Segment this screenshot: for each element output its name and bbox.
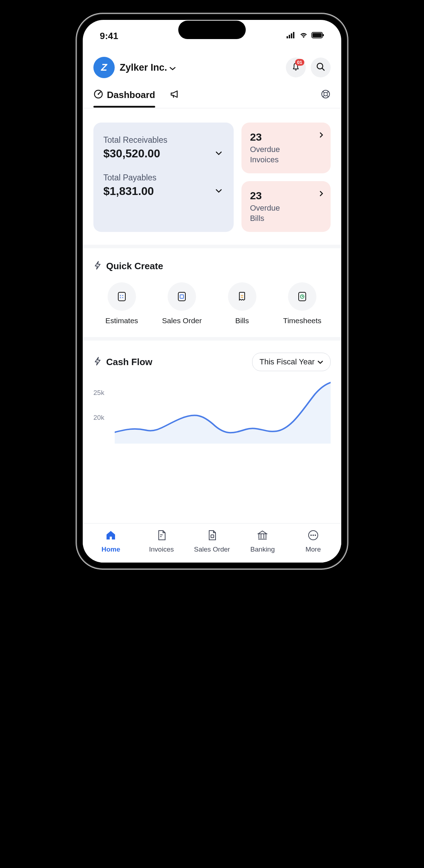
nav-sales-order[interactable]: Sales Order bbox=[187, 529, 237, 553]
overdue-invoices-label: Overdue Invoices bbox=[250, 145, 322, 165]
overdue-invoices-count: 23 bbox=[250, 131, 322, 143]
quick-create-section: Quick Create Estimates Sales Order bbox=[83, 248, 341, 337]
payables-expand[interactable] bbox=[214, 187, 224, 196]
svg-rect-3 bbox=[293, 32, 294, 38]
svg-rect-0 bbox=[287, 36, 288, 38]
nav-invoices[interactable]: Invoices bbox=[136, 529, 186, 553]
receivables-expand[interactable] bbox=[214, 149, 224, 158]
svg-line-15 bbox=[327, 91, 328, 93]
bank-icon bbox=[256, 529, 268, 543]
svg-rect-1 bbox=[289, 35, 290, 38]
overdue-column: 23 Overdue Invoices 23 Overdue bbox=[241, 123, 331, 232]
cash-flow-title: Cash Flow bbox=[106, 357, 152, 368]
svg-rect-24 bbox=[180, 295, 184, 298]
receivables-value: $30,520.00 bbox=[103, 147, 160, 160]
quick-bills[interactable]: Bills bbox=[214, 282, 271, 325]
org-selector[interactable]: Zylker Inc. bbox=[120, 62, 281, 73]
quick-create-title: Quick Create bbox=[106, 261, 163, 272]
quick-sales-order[interactable]: Sales Order bbox=[154, 282, 211, 325]
quick-label: Sales Order bbox=[162, 316, 202, 325]
svg-point-19 bbox=[120, 295, 121, 296]
search-icon bbox=[316, 62, 326, 73]
notifications-button[interactable]: 01 bbox=[286, 58, 306, 77]
svg-rect-6 bbox=[323, 34, 324, 36]
tab-bar: Dashboard bbox=[83, 84, 341, 108]
chevron-down-icon bbox=[169, 62, 176, 73]
bolt-icon bbox=[93, 356, 102, 368]
timesheets-icon bbox=[288, 282, 316, 311]
period-dropdown[interactable]: This Fiscal Year bbox=[252, 353, 331, 371]
svg-rect-33 bbox=[211, 535, 214, 538]
nav-label: Invoices bbox=[149, 546, 174, 553]
battery-icon bbox=[311, 32, 324, 40]
app-header: Z Zylker Inc. 01 bbox=[83, 48, 341, 84]
quick-create-header: Quick Create bbox=[93, 260, 331, 272]
payables-label: Total Payables bbox=[103, 173, 224, 183]
bolt-icon bbox=[93, 260, 102, 272]
totals-card: Total Receivables $30,520.00 Total Payab… bbox=[93, 123, 234, 232]
nav-label: Sales Order bbox=[194, 546, 230, 553]
chevron-right-icon bbox=[319, 132, 324, 140]
wifi-icon bbox=[299, 32, 308, 40]
nav-more[interactable]: More bbox=[288, 529, 338, 553]
cash-flow-section: Cash Flow This Fiscal Year 25k 20k bbox=[83, 341, 341, 456]
y-tick-20k: 20k bbox=[93, 414, 104, 422]
sales-order-nav-icon bbox=[206, 529, 218, 543]
svg-rect-2 bbox=[291, 33, 292, 38]
svg-line-8 bbox=[322, 68, 324, 70]
cash-flow-chart: 25k 20k bbox=[93, 380, 331, 444]
svg-line-17 bbox=[327, 96, 328, 97]
status-time: 9:41 bbox=[100, 31, 118, 42]
notch bbox=[178, 21, 246, 39]
svg-line-14 bbox=[323, 91, 324, 93]
gauge-icon bbox=[93, 89, 103, 101]
cash-flow-title-wrap: Cash Flow bbox=[93, 356, 152, 368]
receivables-metric: Total Receivables $30,520.00 bbox=[103, 135, 224, 160]
svg-point-13 bbox=[324, 92, 327, 96]
overdue-bills-card[interactable]: 23 Overdue Bills bbox=[241, 181, 331, 232]
quick-label: Timesheets bbox=[283, 316, 321, 325]
main-content[interactable]: Total Receivables $30,520.00 Total Payab… bbox=[83, 108, 341, 523]
payables-row: $1,831.00 bbox=[103, 185, 224, 198]
estimates-icon bbox=[108, 282, 136, 311]
payables-metric: Total Payables $1,831.00 bbox=[103, 173, 224, 198]
tab-dashboard[interactable]: Dashboard bbox=[93, 89, 155, 108]
bottom-nav: Home Invoices Sales Order Banking bbox=[83, 523, 341, 563]
overdue-bills-count: 23 bbox=[250, 190, 322, 202]
svg-line-16 bbox=[323, 96, 324, 97]
org-logo: Z bbox=[93, 57, 115, 78]
help-button[interactable] bbox=[321, 89, 331, 108]
summary-cards: Total Receivables $30,520.00 Total Payab… bbox=[83, 108, 341, 245]
overdue-bills-label: Overdue Bills bbox=[250, 203, 322, 223]
svg-line-11 bbox=[98, 92, 100, 94]
chevron-down-icon bbox=[215, 188, 222, 193]
period-value: This Fiscal Year bbox=[260, 357, 315, 367]
status-indicators bbox=[287, 32, 324, 40]
sales-order-icon bbox=[168, 282, 196, 311]
nav-banking[interactable]: Banking bbox=[237, 529, 288, 553]
receivables-label: Total Receivables bbox=[103, 135, 224, 145]
invoice-icon bbox=[156, 529, 168, 543]
y-tick-25k: 25k bbox=[93, 389, 104, 397]
overdue-invoices-card[interactable]: 23 Overdue Invoices bbox=[241, 123, 331, 173]
nav-home[interactable]: Home bbox=[86, 529, 136, 553]
payables-value: $1,831.00 bbox=[103, 185, 154, 198]
chart-line bbox=[115, 380, 331, 444]
home-icon bbox=[105, 529, 117, 543]
svg-point-37 bbox=[315, 535, 316, 536]
svg-rect-18 bbox=[118, 292, 125, 301]
notification-badge: 01 bbox=[295, 59, 304, 66]
search-button[interactable] bbox=[311, 58, 331, 77]
screen: 9:41 Z Zylker Inc. bbox=[83, 20, 341, 563]
tab-announcements[interactable] bbox=[169, 89, 180, 108]
chevron-down-icon bbox=[317, 357, 323, 367]
nav-label: Banking bbox=[250, 546, 275, 553]
quick-label: Estimates bbox=[105, 316, 138, 325]
more-icon bbox=[307, 529, 319, 543]
lifebuoy-icon bbox=[321, 89, 331, 101]
nav-label: More bbox=[305, 546, 321, 553]
quick-timesheets[interactable]: Timesheets bbox=[274, 282, 331, 325]
chevron-right-icon bbox=[319, 190, 324, 198]
quick-estimates[interactable]: Estimates bbox=[93, 282, 150, 325]
svg-rect-23 bbox=[178, 292, 185, 301]
